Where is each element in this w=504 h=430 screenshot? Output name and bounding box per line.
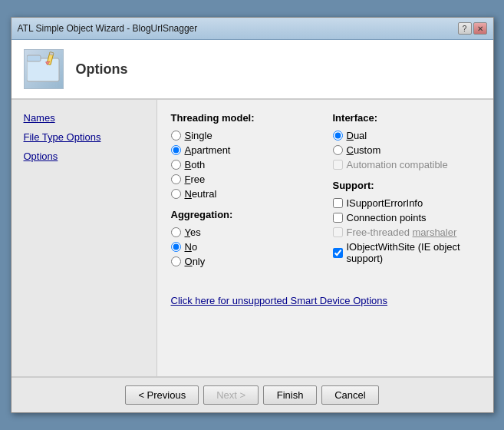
radio-neutral-label: Neutral — [185, 188, 217, 200]
next-button[interactable]: Next > — [203, 385, 259, 405]
close-button[interactable]: ✕ — [473, 22, 487, 35]
interface-label: Interface: — [333, 112, 479, 124]
sidebar-item-names[interactable]: Names — [18, 109, 150, 127]
isupport-item: ISupportErrorInfo — [333, 197, 479, 209]
radio-neutral: Neutral — [171, 188, 318, 200]
help-button[interactable]: ? — [458, 22, 472, 35]
radio-both: Both — [171, 159, 318, 170]
page-title: Options — [76, 61, 128, 78]
support-section: Support: ISupportErrorInfo Connection po… — [333, 180, 479, 264]
interface-group: Dual Custom Automation compatible — [333, 130, 479, 170]
main-panel: Threading model: Single Apartment Bot — [157, 100, 493, 376]
sidebar-item-file-type[interactable]: File Type Options — [18, 128, 150, 146]
radio-no: No — [171, 241, 318, 253]
radio-no-input[interactable] — [171, 242, 181, 252]
radio-free-input[interactable] — [171, 174, 181, 184]
connection-points-item: Connection points — [333, 212, 479, 223]
radio-apartment-input[interactable] — [171, 145, 181, 155]
radio-yes-input[interactable] — [171, 227, 181, 237]
smart-device-section: Click here for unsupported Smart Device … — [171, 287, 479, 314]
connection-points-checkbox[interactable] — [333, 213, 343, 223]
title-bar: ATL Simple Object Wizard - BlogUrlSnagge… — [12, 18, 493, 40]
columns-container: Threading model: Single Apartment Bot — [171, 112, 479, 272]
radio-both-input[interactable] — [171, 160, 181, 170]
radio-free: Free — [171, 174, 318, 185]
free-threaded-checkbox[interactable] — [333, 227, 343, 237]
radio-free-label: Free — [185, 174, 206, 185]
previous-button[interactable]: < Previous — [125, 385, 199, 405]
header-area: Options — [12, 40, 493, 100]
automation-compatible-label: Automation compatible — [347, 159, 448, 170]
radio-custom-label: Custom — [347, 144, 381, 156]
free-threaded-item: Free-threaded marshaler — [333, 227, 479, 238]
radio-only-label: Only — [185, 256, 206, 267]
radio-both-label: Both — [185, 159, 206, 170]
threading-model-label: Threading model: — [171, 112, 318, 124]
radio-neutral-input[interactable] — [171, 189, 181, 199]
folder-svg — [27, 51, 61, 83]
sidebar: Names File Type Options Options — [12, 100, 157, 376]
folder-pencil-icon — [27, 51, 61, 88]
cancel-button[interactable]: Cancel — [321, 385, 378, 405]
radio-dual-input[interactable] — [333, 131, 343, 141]
radio-yes-label: Yes — [185, 227, 201, 238]
isupport-label: ISupportErrorInfo — [347, 197, 423, 209]
iobjectwithsite-label: IObjectWithSite (IE object support) — [347, 241, 479, 264]
aggregation-group: Yes No Only — [171, 227, 318, 267]
support-label: Support: — [333, 180, 479, 191]
threading-model-group: Single Apartment Both Free — [171, 130, 318, 200]
window-title: ATL Simple Object Wizard - BlogUrlSnagge… — [18, 23, 198, 34]
radio-only: Only — [171, 256, 318, 267]
isupport-checkbox[interactable] — [333, 198, 343, 208]
radio-apartment-label: Apartment — [185, 144, 231, 156]
radio-no-label: No — [185, 241, 198, 253]
main-window: ATL Simple Object Wizard - BlogUrlSnagge… — [11, 17, 494, 413]
content-area: Names File Type Options Options Threadin… — [12, 100, 493, 376]
radio-single: Single — [171, 130, 318, 141]
radio-yes: Yes — [171, 227, 318, 238]
svg-rect-1 — [27, 55, 41, 61]
connection-points-label: Connection points — [347, 212, 427, 223]
radio-dual: Dual — [333, 130, 479, 141]
aggregation-section: Aggregation: Yes No — [171, 209, 318, 267]
smart-device-link[interactable]: Click here for unsupported Smart Device … — [171, 295, 388, 306]
radio-single-label: Single — [185, 130, 212, 141]
iobjectwithsite-checkbox[interactable] — [333, 248, 343, 258]
automation-compatible-item: Automation compatible — [333, 159, 479, 170]
radio-custom: Custom — [333, 144, 479, 156]
footer: < Previous Next > Finish Cancel — [12, 376, 493, 412]
title-buttons: ? ✕ — [458, 22, 487, 35]
free-threaded-label: Free-threaded marshaler — [347, 227, 457, 238]
automation-compatible-checkbox[interactable] — [333, 160, 343, 170]
iobjectwithsite-item: IObjectWithSite (IE object support) — [333, 241, 479, 264]
radio-only-input[interactable] — [171, 256, 181, 266]
aggregation-label: Aggregation: — [171, 209, 318, 220]
left-column: Threading model: Single Apartment Bot — [171, 112, 318, 272]
radio-apartment: Apartment — [171, 144, 318, 156]
radio-dual-label: Dual — [347, 130, 367, 141]
wizard-icon — [24, 49, 64, 89]
sidebar-item-options[interactable]: Options — [18, 147, 150, 165]
right-column: Interface: Dual Custom Automation com — [333, 112, 479, 272]
finish-button[interactable]: Finish — [263, 385, 317, 405]
radio-single-input[interactable] — [171, 131, 181, 141]
radio-custom-input[interactable] — [333, 145, 343, 155]
